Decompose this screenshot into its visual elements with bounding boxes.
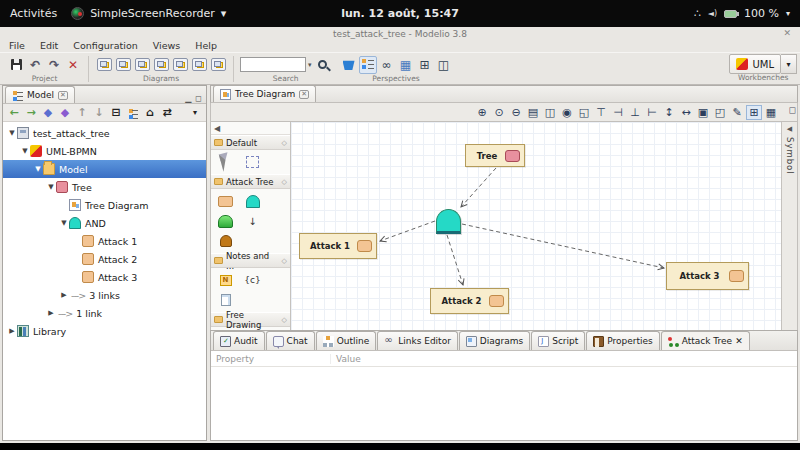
node-attack-1[interactable]: Attack 1 — [299, 233, 377, 259]
property-column-header[interactable]: Property — [211, 354, 331, 364]
and-gate-tool[interactable] — [244, 193, 261, 209]
node-attack-3[interactable]: Attack 3 — [666, 262, 749, 290]
grid-toggle-button[interactable]: ⊞ — [746, 105, 762, 120]
palette-group-default[interactable]: Default ◇ — [211, 135, 290, 150]
same-size-button[interactable]: ▣ — [695, 105, 711, 120]
constraint-tool[interactable]: {c} — [244, 272, 261, 288]
view-menu-icon[interactable]: ▾ — [188, 106, 202, 120]
node-attack-2[interactable]: Attack 2 — [430, 288, 509, 314]
marquee-tool[interactable] — [244, 154, 261, 170]
package-diagram-button[interactable] — [114, 56, 132, 74]
distribute-h-button[interactable]: ↔ — [678, 105, 694, 120]
node-and-gate[interactable] — [436, 209, 461, 234]
expander-icon[interactable]: ▼ — [46, 183, 56, 191]
zoom-actual-button[interactable]: ⊙ — [491, 105, 507, 120]
collapse-all-button[interactable]: ⊟ — [109, 106, 123, 120]
symbol-tab[interactable]: Symbol — [785, 137, 795, 175]
app-menu[interactable]: SimpleScreenRecorder ▾ — [71, 7, 226, 20]
attack-tree-tab-close-icon[interactable]: ✕ — [735, 336, 743, 346]
tab-attack-tree[interactable]: Attack Tree ✕ — [661, 331, 750, 350]
palette-group-free-drawing[interactable]: Free Drawing ◇ — [211, 312, 290, 327]
activities-button[interactable]: Activités — [10, 7, 57, 20]
attack-node-tool[interactable] — [217, 193, 234, 209]
align-top-button[interactable]: ⊤ — [593, 105, 609, 120]
select-tool[interactable] — [217, 154, 234, 170]
undo-button[interactable]: ↶ — [26, 56, 44, 74]
model-tab-close-icon[interactable]: ✕ — [58, 91, 68, 100]
camera-button[interactable]: ◉ — [559, 105, 575, 120]
note-tool[interactable]: N — [217, 272, 234, 288]
panel-minimize-icon[interactable]: ▁ — [185, 94, 191, 103]
tree-row-tree-diagram[interactable]: Tree Diagram — [3, 196, 206, 214]
move-up-button[interactable]: ↑ — [75, 106, 89, 120]
tree-row-model[interactable]: ▼ Model — [3, 160, 206, 178]
tools-button[interactable]: ✕ — [64, 56, 82, 74]
align-left-button[interactable]: ⊣ — [610, 105, 626, 120]
format-painter-button[interactable]: ✎ — [729, 105, 745, 120]
link-and-to-attack2[interactable] — [447, 235, 463, 285]
menu-file[interactable]: File — [9, 40, 25, 51]
tab-script[interactable]: Script — [531, 331, 585, 350]
tab-model[interactable]: Model ✕ — [5, 86, 75, 103]
symbol-expand-icon[interactable]: ◀ — [787, 125, 792, 133]
pin-icon[interactable]: ◇ — [282, 316, 287, 324]
nav-next-selection-button[interactable]: ◆ — [58, 106, 72, 120]
redo-button[interactable]: ↷ — [45, 56, 63, 74]
usecase-diagram-button[interactable] — [133, 56, 151, 74]
window-perspective-button[interactable]: ◫ — [435, 56, 453, 74]
editor-maximize-icon[interactable]: ◻ — [789, 105, 796, 115]
tab-outline[interactable]: Outline — [316, 331, 377, 350]
palette-collapse-button[interactable]: ◀ — [211, 122, 290, 135]
search-dropdown-icon[interactable]: ▾ — [308, 61, 312, 69]
auto-layout-button[interactable]: ▦ — [763, 105, 779, 120]
activity-diagram-button[interactable] — [171, 56, 189, 74]
align-right-button[interactable]: ⊢ — [644, 105, 660, 120]
expander-icon[interactable]: ▶ — [59, 291, 69, 299]
align-bottom-button[interactable]: ⊥ — [627, 105, 643, 120]
print-button[interactable]: ▤ — [525, 105, 541, 120]
expander-icon[interactable]: ▼ — [7, 129, 17, 137]
expander-icon[interactable]: ▼ — [20, 147, 30, 155]
workbench-dropdown-icon[interactable]: ▾ — [781, 54, 797, 74]
tree-row-uml-bpmn[interactable]: ▼ UML-BPMN — [3, 142, 206, 160]
tree-row-and[interactable]: ▼ AND — [3, 214, 206, 232]
sequence-diagram-button[interactable] — [190, 56, 208, 74]
tree-row-1-link[interactable]: ▶ ---> 1 link — [3, 304, 206, 322]
links-perspective-button[interactable]: ∞ — [378, 56, 396, 74]
window-close-icon[interactable]: ✕ — [783, 28, 791, 38]
grid-perspective-button[interactable]: ▦ — [397, 56, 415, 74]
search-input[interactable] — [240, 57, 306, 72]
tree-row-attack-1[interactable]: Attack 1 — [3, 232, 206, 250]
operator-tool[interactable] — [217, 233, 234, 249]
zoom-in-button[interactable]: ⊕ — [474, 105, 490, 120]
panel-maximize-icon[interactable]: ◻ — [195, 94, 202, 103]
config-perspective-button[interactable]: ⊞ — [416, 56, 434, 74]
tree-row-3-links[interactable]: ▶ ---> 3 links — [3, 286, 206, 304]
model-perspective-button[interactable] — [359, 56, 377, 74]
search-button[interactable] — [314, 56, 332, 74]
expander-icon[interactable]: ▼ — [33, 165, 43, 173]
pin-icon[interactable]: ◇ — [282, 139, 287, 147]
tab-properties[interactable]: Properties — [586, 331, 659, 350]
move-down-button[interactable]: ↓ — [92, 106, 106, 120]
clock[interactable]: lun. 12 août, 15:47 — [341, 7, 459, 20]
tree-row-library[interactable]: ▶ Library — [3, 322, 206, 340]
palette-group-attack-tree[interactable]: Attack Tree ◇ — [211, 174, 290, 189]
nav-previous-selection-button[interactable]: ◆ — [41, 106, 55, 120]
expander-icon[interactable]: ▶ — [7, 327, 17, 335]
nav-forward-button[interactable]: → — [24, 106, 38, 120]
diagram-tab-close-icon[interactable]: ✕ — [299, 90, 309, 99]
sync-selection-button[interactable]: ⇄ — [160, 106, 174, 120]
nav-back-button[interactable]: ← — [7, 106, 21, 120]
tab-tree-diagram[interactable]: Tree Diagram ✕ — [213, 85, 316, 102]
expander-icon[interactable]: ▼ — [59, 219, 69, 227]
property-table-body[interactable] — [211, 367, 797, 440]
link-tree-to-and[interactable] — [461, 168, 496, 207]
tree-row-project[interactable]: ▼ test_attack_tree — [3, 124, 206, 142]
tab-audit[interactable]: Audit — [213, 331, 265, 350]
tab-links-editor[interactable]: Links Editor — [377, 331, 458, 350]
tree-row-tree[interactable]: ▼ Tree — [3, 178, 206, 196]
menu-views[interactable]: Views — [153, 40, 181, 51]
tab-chat[interactable]: Chat — [266, 331, 315, 350]
deployment-diagram-button[interactable] — [152, 56, 170, 74]
